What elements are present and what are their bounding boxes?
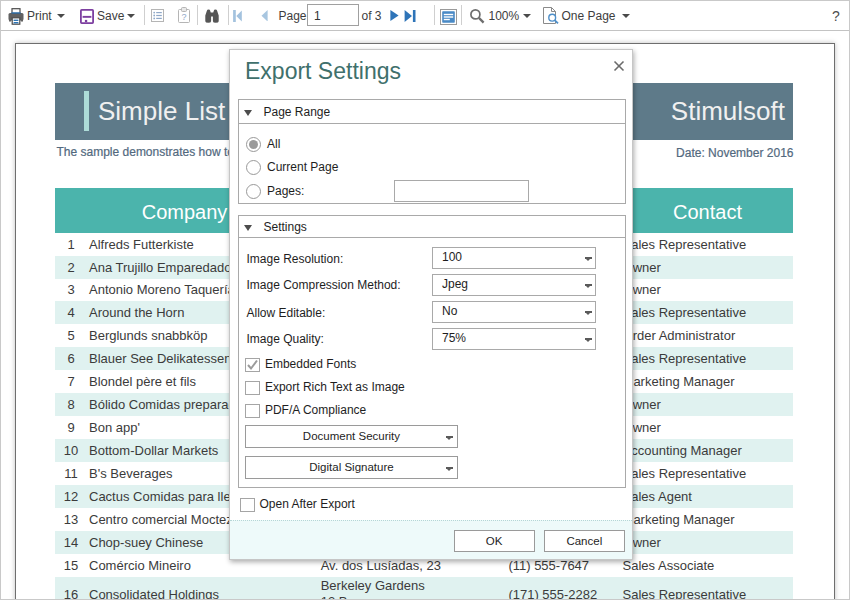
svg-text:?: ? — [181, 12, 186, 22]
